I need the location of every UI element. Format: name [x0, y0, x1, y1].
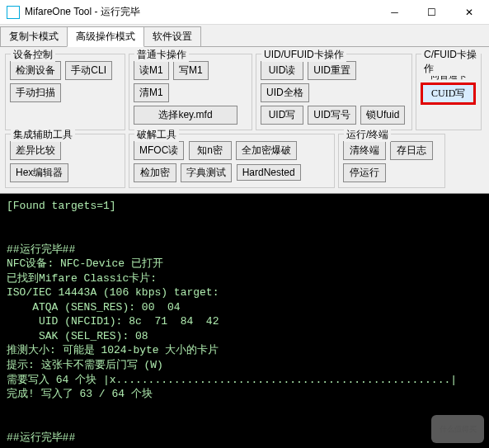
group-uid-card: UID/UFUID卡操作 UID读 UID重置 UID全格 UID写 UID写号… [256, 54, 412, 130]
window-title: MifareOne Tool - 运行完毕 [25, 5, 376, 19]
legend-cfuid: C/FUID卡操作 [421, 48, 481, 76]
legend-device: 设备控制 [11, 48, 55, 62]
hex-editor-button[interactable]: Hex编辑器 [10, 163, 68, 182]
group-tools: 集成辅助工具 差异比较 Hex编辑器 [5, 134, 125, 188]
close-button[interactable]: ✕ [450, 0, 487, 25]
detect-device-button[interactable]: 检测设备 [10, 61, 61, 80]
legend-uid: UID/UFUID卡操作 [261, 48, 346, 62]
group-device: 设备控制 检测设备 手动CLI 手动扫描 [5, 54, 125, 130]
stop-run-button[interactable]: 停运行 [343, 163, 386, 182]
tab-strip: 复制卡模式 高级操作模式 软件设置 [0, 25, 489, 47]
known-key-button[interactable]: 知n密 [189, 141, 232, 160]
group-cfuid-card: C/FUID卡操作 该卡种读取 同普通卡 CUID写 [416, 54, 482, 130]
select-key-button[interactable]: 选择key.mfd [134, 106, 237, 125]
minimize-button[interactable]: ─ [376, 0, 413, 25]
terminal-output[interactable]: [Found targets=1] ##运行完毕## NFC设备: NFC-De… [0, 193, 489, 448]
manual-cli-button[interactable]: 手动CLI [65, 61, 112, 80]
clear-m1-button[interactable]: 清M1 [134, 83, 169, 102]
legend-crack: 破解工具 [134, 128, 179, 142]
legend-tools: 集成辅助工具 [11, 128, 75, 142]
uid-write-id-button[interactable]: UID写号 [308, 106, 356, 125]
uid-write-button[interactable]: UID写 [261, 106, 303, 125]
tab-settings[interactable]: 软件设置 [143, 26, 201, 47]
check-encrypt-button[interactable]: 检加密 [134, 163, 176, 182]
read-m1-button[interactable]: 读M1 [134, 61, 169, 80]
manual-scan-button[interactable]: 手动扫描 [10, 83, 61, 102]
legend-normal: 普通卡操作 [134, 48, 189, 62]
maximize-button[interactable]: ☐ [413, 0, 450, 25]
legend-run: 运行/终端 [344, 128, 391, 142]
uid-reset-button[interactable]: UID重置 [308, 61, 356, 80]
tab-copy-mode[interactable]: 复制卡模式 [0, 26, 68, 47]
dict-test-button[interactable]: 字典测试 [181, 163, 232, 182]
uid-read-button[interactable]: UID读 [261, 61, 303, 80]
group-crack: 破解工具 MFOC读 知n密 全加密爆破 检加密 字典测试 HardNested [129, 134, 335, 188]
advanced-panel: 设备控制 检测设备 手动CLI 手动扫描 普通卡操作 读M1 写M1 清M1 选… [0, 47, 489, 193]
mfoc-read-button[interactable]: MFOC读 [134, 141, 184, 160]
group-run: 运行/终端 清终端 存日志 停运行 [338, 134, 445, 188]
titlebar: MifareOne Tool - 运行完毕 ─ ☐ ✕ [0, 0, 489, 25]
uid-format-button[interactable]: UID全格 [261, 83, 309, 102]
lock-ufuid-button[interactable]: 锁Ufuid [360, 106, 405, 125]
app-icon [7, 6, 20, 19]
full-bruteforce-button[interactable]: 全加密爆破 [236, 141, 297, 160]
cuid-write-button[interactable]: CUID写 [421, 83, 476, 105]
clear-terminal-button[interactable]: 清终端 [343, 141, 386, 160]
tab-advanced-mode[interactable]: 高级操作模式 [67, 26, 144, 47]
watermark-icon: 什么值得买 [431, 415, 484, 443]
hardnested-button[interactable]: HardNested [237, 164, 301, 181]
group-normal-card: 普通卡操作 读M1 写M1 清M1 选择key.mfd [129, 54, 252, 130]
diff-compare-button[interactable]: 差异比较 [10, 141, 61, 160]
save-log-button[interactable]: 存日志 [390, 141, 433, 160]
write-m1-button[interactable]: 写M1 [173, 61, 209, 80]
